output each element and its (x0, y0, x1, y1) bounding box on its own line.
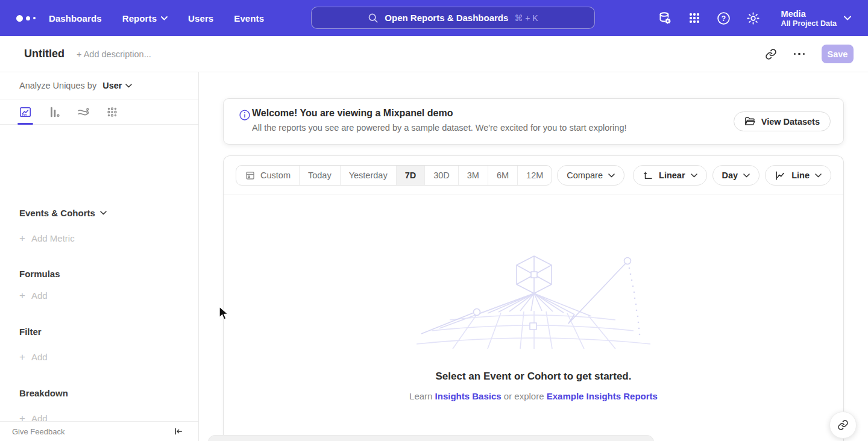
help-icon[interactable]: ? (716, 11, 731, 26)
tab-bar-chart[interactable] (47, 99, 61, 125)
scale-label: Linear (659, 170, 685, 180)
analyze-value-label: User (102, 81, 122, 90)
banner-subtitle: All the reports you see are powered by a… (252, 123, 627, 133)
tab-metrics[interactable] (105, 99, 119, 125)
project-scope: All Project Data (781, 19, 837, 28)
nav-item-users[interactable]: Users (188, 13, 213, 23)
mixpanel-insights-page: Dashboards Reports Users Events Open Rep… (0, 0, 868, 441)
date-range-label: 6M (497, 170, 509, 180)
add-metric-label: Add Metric (31, 233, 75, 243)
global-search-input[interactable]: Open Reports & Dashboards ⌘ + K (311, 7, 595, 29)
date-range-today[interactable]: Today (299, 166, 340, 185)
chart-type-tabs (0, 99, 198, 125)
date-range-30d[interactable]: 30D (424, 166, 458, 185)
project-name: Media (781, 8, 837, 19)
query-builder-sidebar: Analyze Uniques by User (0, 72, 199, 441)
save-button[interactable]: Save (822, 45, 854, 63)
insights-basics-link[interactable]: Insights Basics (435, 391, 502, 401)
nav-item-label: Users (188, 13, 213, 23)
add-formula-button[interactable]: + Add (19, 290, 48, 301)
metrics-dots-icon (105, 105, 119, 119)
empty-state-title: Select an Event or Cohort to get started… (224, 371, 843, 383)
line-chart-icon (19, 105, 32, 119)
date-range-6m[interactable]: 6M (488, 166, 517, 185)
date-range-3m[interactable]: 3M (458, 166, 488, 185)
compare-label: Compare (567, 170, 603, 180)
chevron-down-icon (844, 16, 851, 20)
share-link-fab[interactable] (829, 411, 857, 439)
scale-dropdown[interactable]: Linear (633, 165, 707, 186)
tab-flow-chart[interactable] (76, 99, 90, 125)
plus-icon: + (19, 291, 25, 300)
sidebar-footer: Give Feedback (0, 421, 198, 441)
collapse-sidebar-icon[interactable] (174, 427, 183, 436)
date-range-label: Custom (260, 170, 291, 180)
learn-prefix: Learn (409, 391, 435, 401)
example-reports-link[interactable]: Example Insights Reports (547, 391, 658, 401)
date-range-12m[interactable]: 12M (517, 166, 552, 185)
demo-welcome-banner: Welcome! You are viewing a Mixpanel demo… (223, 98, 844, 145)
report-main-area: Welcome! You are viewing a Mixpanel demo… (199, 72, 868, 441)
filter-heading: Filter (19, 327, 42, 337)
tab-line-chart[interactable] (18, 99, 33, 125)
chevron-down-icon (815, 174, 822, 178)
settings-gear-icon[interactable] (746, 11, 761, 26)
chevron-down-icon (125, 84, 132, 88)
chevron-down-icon (100, 211, 107, 215)
nav-item-events[interactable]: Events (234, 13, 264, 23)
date-range-label: Today (308, 170, 332, 180)
analyze-label: Analyze Uniques by (19, 81, 96, 90)
add-metric-button[interactable]: + Add Metric (19, 233, 75, 243)
banner-title: Welcome! You are viewing a Mixpanel demo (252, 108, 453, 119)
insights-report-card: Custom Today Yesterday 7D 30D 3M 6M 12M … (223, 155, 844, 441)
date-range-custom[interactable]: Custom (236, 166, 299, 185)
project-switcher[interactable]: Media All Project Data (781, 8, 851, 28)
chevron-down-icon (608, 174, 615, 178)
mixpanel-logo-icon[interactable] (16, 15, 40, 22)
search-placeholder: Open Reports & Dashboards (385, 13, 508, 23)
breakdown-label: Breakdown (19, 388, 68, 398)
top-nav: Dashboards Reports Users Events Open Rep… (0, 0, 868, 36)
more-options-icon[interactable] (793, 49, 807, 59)
add-filter-label: Add (31, 352, 48, 362)
svg-text:?: ? (721, 14, 725, 22)
compare-button[interactable]: Compare (557, 165, 624, 186)
chart-type-dropdown[interactable]: Line (765, 165, 831, 186)
date-range-label: 7D (405, 170, 417, 180)
events-cohorts-label: Events & Cohorts (19, 208, 95, 218)
search-shortcut: ⌘ + K (514, 13, 538, 23)
apps-grid-icon[interactable] (687, 11, 702, 25)
interval-dropdown[interactable]: Day (712, 165, 760, 186)
data-management-icon[interactable] (657, 10, 673, 26)
events-cohorts-heading[interactable]: Events & Cohorts (19, 208, 107, 218)
chevron-down-icon (691, 174, 697, 178)
nav-item-reports[interactable]: Reports (122, 13, 168, 23)
nav-item-label: Dashboards (49, 13, 102, 23)
nav-item-label: Reports (122, 13, 157, 23)
folder-icon (744, 116, 756, 127)
nav-item-dashboards[interactable]: Dashboards (49, 13, 102, 23)
give-feedback-link[interactable]: Give Feedback (12, 427, 64, 436)
add-filter-button[interactable]: + Add (19, 352, 48, 362)
date-range-label: 12M (526, 170, 543, 180)
axis-linear-icon (643, 170, 653, 181)
analyze-value-dropdown[interactable]: User (102, 81, 132, 90)
empty-state-subtitle: Learn Insights Basics or explore Example… (224, 391, 843, 401)
view-datasets-button[interactable]: View Datasets (734, 111, 831, 131)
chevron-down-icon (743, 174, 750, 178)
line-chart-icon (775, 170, 786, 181)
filter-label: Filter (19, 327, 42, 337)
formulas-label: Formulas (19, 269, 60, 279)
report-description-placeholder[interactable]: + Add description... (77, 49, 151, 59)
formulas-heading: Formulas (19, 269, 60, 279)
middle-text: or explore (502, 391, 547, 401)
info-icon (239, 109, 251, 121)
view-datasets-label: View Datasets (761, 117, 820, 127)
date-range-yesterday[interactable]: Yesterday (340, 166, 396, 185)
copy-link-icon[interactable] (765, 48, 777, 60)
report-title[interactable]: Untitled (24, 48, 64, 60)
date-range-7d[interactable]: 7D (396, 166, 425, 185)
link-icon (837, 419, 849, 431)
search-icon (368, 13, 379, 23)
report-header: Untitled + Add description... Save (0, 36, 868, 72)
